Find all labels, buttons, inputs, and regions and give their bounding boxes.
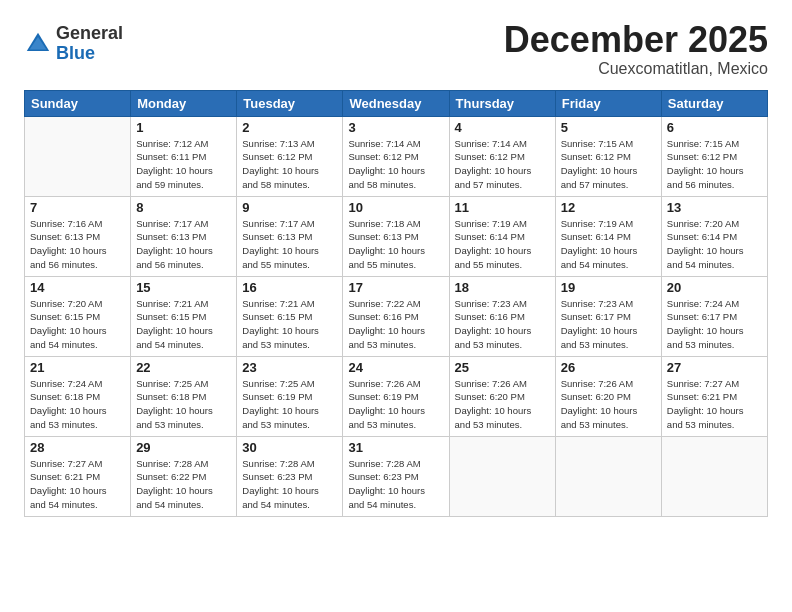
cell-week3-day4: 17Sunrise: 7:22 AMSunset: 6:16 PMDayligh… [343, 276, 449, 356]
day-info: Sunrise: 7:28 AMSunset: 6:22 PMDaylight:… [136, 457, 231, 512]
cell-week2-day1: 7Sunrise: 7:16 AMSunset: 6:13 PMDaylight… [25, 196, 131, 276]
cell-week1-day2: 1Sunrise: 7:12 AMSunset: 6:11 PMDaylight… [131, 116, 237, 196]
cell-week2-day2: 8Sunrise: 7:17 AMSunset: 6:13 PMDaylight… [131, 196, 237, 276]
day-headers-row: Sunday Monday Tuesday Wednesday Thursday… [25, 90, 768, 116]
week-row-5: 28Sunrise: 7:27 AMSunset: 6:21 PMDayligh… [25, 436, 768, 516]
day-info: Sunrise: 7:20 AMSunset: 6:15 PMDaylight:… [30, 297, 125, 352]
day-number: 29 [136, 440, 231, 455]
cell-week1-day6: 5Sunrise: 7:15 AMSunset: 6:12 PMDaylight… [555, 116, 661, 196]
logo-icon [24, 30, 52, 58]
cell-week1-day1 [25, 116, 131, 196]
cell-week3-day3: 16Sunrise: 7:21 AMSunset: 6:15 PMDayligh… [237, 276, 343, 356]
day-info: Sunrise: 7:18 AMSunset: 6:13 PMDaylight:… [348, 217, 443, 272]
day-info: Sunrise: 7:15 AMSunset: 6:12 PMDaylight:… [667, 137, 762, 192]
day-info: Sunrise: 7:26 AMSunset: 6:19 PMDaylight:… [348, 377, 443, 432]
day-number: 15 [136, 280, 231, 295]
day-info: Sunrise: 7:28 AMSunset: 6:23 PMDaylight:… [242, 457, 337, 512]
day-info: Sunrise: 7:26 AMSunset: 6:20 PMDaylight:… [455, 377, 550, 432]
day-number: 27 [667, 360, 762, 375]
day-info: Sunrise: 7:16 AMSunset: 6:13 PMDaylight:… [30, 217, 125, 272]
day-number: 17 [348, 280, 443, 295]
day-number: 24 [348, 360, 443, 375]
cell-week5-day4: 31Sunrise: 7:28 AMSunset: 6:23 PMDayligh… [343, 436, 449, 516]
day-number: 7 [30, 200, 125, 215]
cell-week2-day3: 9Sunrise: 7:17 AMSunset: 6:13 PMDaylight… [237, 196, 343, 276]
calendar-body: 1Sunrise: 7:12 AMSunset: 6:11 PMDaylight… [25, 116, 768, 516]
day-info: Sunrise: 7:23 AMSunset: 6:16 PMDaylight:… [455, 297, 550, 352]
cell-week4-day7: 27Sunrise: 7:27 AMSunset: 6:21 PMDayligh… [661, 356, 767, 436]
day-info: Sunrise: 7:24 AMSunset: 6:17 PMDaylight:… [667, 297, 762, 352]
day-number: 20 [667, 280, 762, 295]
day-info: Sunrise: 7:20 AMSunset: 6:14 PMDaylight:… [667, 217, 762, 272]
week-row-4: 21Sunrise: 7:24 AMSunset: 6:18 PMDayligh… [25, 356, 768, 436]
logo-text: General Blue [56, 24, 123, 64]
day-info: Sunrise: 7:21 AMSunset: 6:15 PMDaylight:… [242, 297, 337, 352]
header: General Blue December 2025 Cuexcomatitla… [24, 20, 768, 78]
cell-week5-day1: 28Sunrise: 7:27 AMSunset: 6:21 PMDayligh… [25, 436, 131, 516]
cell-week3-day6: 19Sunrise: 7:23 AMSunset: 6:17 PMDayligh… [555, 276, 661, 356]
logo-general-text: General [56, 24, 123, 44]
day-number: 30 [242, 440, 337, 455]
cell-week4-day6: 26Sunrise: 7:26 AMSunset: 6:20 PMDayligh… [555, 356, 661, 436]
cell-week1-day3: 2Sunrise: 7:13 AMSunset: 6:12 PMDaylight… [237, 116, 343, 196]
cell-week4-day3: 23Sunrise: 7:25 AMSunset: 6:19 PMDayligh… [237, 356, 343, 436]
header-saturday: Saturday [661, 90, 767, 116]
cell-week1-day4: 3Sunrise: 7:14 AMSunset: 6:12 PMDaylight… [343, 116, 449, 196]
cell-week2-day4: 10Sunrise: 7:18 AMSunset: 6:13 PMDayligh… [343, 196, 449, 276]
day-number: 23 [242, 360, 337, 375]
day-info: Sunrise: 7:15 AMSunset: 6:12 PMDaylight:… [561, 137, 656, 192]
header-friday: Friday [555, 90, 661, 116]
cell-week3-day2: 15Sunrise: 7:21 AMSunset: 6:15 PMDayligh… [131, 276, 237, 356]
day-info: Sunrise: 7:12 AMSunset: 6:11 PMDaylight:… [136, 137, 231, 192]
day-number: 16 [242, 280, 337, 295]
day-info: Sunrise: 7:25 AMSunset: 6:18 PMDaylight:… [136, 377, 231, 432]
day-number: 26 [561, 360, 656, 375]
calendar-title: December 2025 [504, 20, 768, 60]
day-info: Sunrise: 7:26 AMSunset: 6:20 PMDaylight:… [561, 377, 656, 432]
header-tuesday: Tuesday [237, 90, 343, 116]
day-number: 5 [561, 120, 656, 135]
cell-week1-day7: 6Sunrise: 7:15 AMSunset: 6:12 PMDaylight… [661, 116, 767, 196]
cell-week3-day7: 20Sunrise: 7:24 AMSunset: 6:17 PMDayligh… [661, 276, 767, 356]
day-number: 6 [667, 120, 762, 135]
day-info: Sunrise: 7:14 AMSunset: 6:12 PMDaylight:… [348, 137, 443, 192]
day-number: 11 [455, 200, 550, 215]
day-number: 28 [30, 440, 125, 455]
cell-week5-day3: 30Sunrise: 7:28 AMSunset: 6:23 PMDayligh… [237, 436, 343, 516]
calendar-header: Sunday Monday Tuesday Wednesday Thursday… [25, 90, 768, 116]
day-info: Sunrise: 7:25 AMSunset: 6:19 PMDaylight:… [242, 377, 337, 432]
day-info: Sunrise: 7:13 AMSunset: 6:12 PMDaylight:… [242, 137, 337, 192]
day-info: Sunrise: 7:24 AMSunset: 6:18 PMDaylight:… [30, 377, 125, 432]
day-info: Sunrise: 7:17 AMSunset: 6:13 PMDaylight:… [136, 217, 231, 272]
day-info: Sunrise: 7:21 AMSunset: 6:15 PMDaylight:… [136, 297, 231, 352]
cell-week5-day6 [555, 436, 661, 516]
day-number: 14 [30, 280, 125, 295]
day-number: 18 [455, 280, 550, 295]
day-info: Sunrise: 7:28 AMSunset: 6:23 PMDaylight:… [348, 457, 443, 512]
cell-week5-day7 [661, 436, 767, 516]
day-number: 4 [455, 120, 550, 135]
day-number: 22 [136, 360, 231, 375]
header-thursday: Thursday [449, 90, 555, 116]
calendar-subtitle: Cuexcomatitlan, Mexico [504, 60, 768, 78]
day-number: 8 [136, 200, 231, 215]
day-number: 13 [667, 200, 762, 215]
cell-week2-day5: 11Sunrise: 7:19 AMSunset: 6:14 PMDayligh… [449, 196, 555, 276]
day-info: Sunrise: 7:17 AMSunset: 6:13 PMDaylight:… [242, 217, 337, 272]
cell-week3-day5: 18Sunrise: 7:23 AMSunset: 6:16 PMDayligh… [449, 276, 555, 356]
day-number: 10 [348, 200, 443, 215]
cell-week4-day5: 25Sunrise: 7:26 AMSunset: 6:20 PMDayligh… [449, 356, 555, 436]
day-info: Sunrise: 7:14 AMSunset: 6:12 PMDaylight:… [455, 137, 550, 192]
day-number: 9 [242, 200, 337, 215]
day-number: 31 [348, 440, 443, 455]
day-info: Sunrise: 7:19 AMSunset: 6:14 PMDaylight:… [561, 217, 656, 272]
day-info: Sunrise: 7:27 AMSunset: 6:21 PMDaylight:… [30, 457, 125, 512]
week-row-3: 14Sunrise: 7:20 AMSunset: 6:15 PMDayligh… [25, 276, 768, 356]
cell-week3-day1: 14Sunrise: 7:20 AMSunset: 6:15 PMDayligh… [25, 276, 131, 356]
day-number: 25 [455, 360, 550, 375]
cell-week2-day7: 13Sunrise: 7:20 AMSunset: 6:14 PMDayligh… [661, 196, 767, 276]
cell-week5-day5 [449, 436, 555, 516]
day-info: Sunrise: 7:22 AMSunset: 6:16 PMDaylight:… [348, 297, 443, 352]
cell-week4-day4: 24Sunrise: 7:26 AMSunset: 6:19 PMDayligh… [343, 356, 449, 436]
page: General Blue December 2025 Cuexcomatitla… [0, 0, 792, 612]
